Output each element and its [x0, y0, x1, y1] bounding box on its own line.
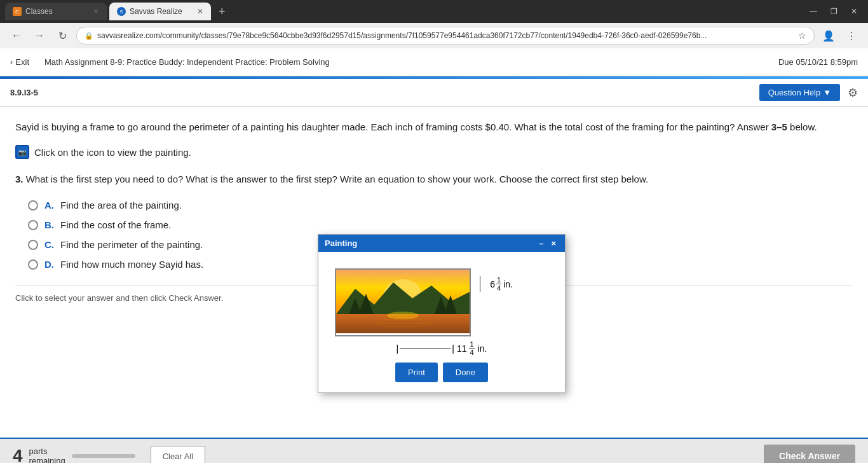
print-button[interactable]: Print	[395, 363, 438, 382]
restore-window-button[interactable]: ❐	[825, 3, 843, 20]
radio-b[interactable]	[28, 220, 38, 230]
camera-icon[interactable]: 📷	[15, 145, 29, 159]
option-b-letter: B.	[44, 219, 54, 230]
clear-all-button[interactable]: Clear All	[151, 446, 205, 464]
radio-a[interactable]	[28, 200, 38, 211]
question-header: 8.9.I3-5 Question Help ▼ ⚙	[0, 79, 868, 107]
remaining-label: remaining	[29, 456, 65, 463]
problem-text: Sayid is buying a frame to go around the…	[15, 120, 853, 135]
painting-svg	[336, 270, 470, 333]
browser-chrome: C Classes ✕ S Savvas Realize ✕ + — ❐ ✕ ←…	[0, 0, 868, 48]
width-dimension: | | 11 1 4 in.	[335, 340, 548, 356]
question-number: 3.	[15, 174, 24, 184]
address-text: savvasrealize.com/community/classes/79e7…	[97, 31, 794, 40]
option-d-text: Find how much money Sayid has.	[60, 259, 203, 270]
icon-instruction-text: Click on the icon to view the painting.	[34, 147, 191, 158]
classes-favicon: C	[13, 7, 22, 16]
dialog-controls: – ×	[536, 238, 559, 248]
dialog-header: Painting – ×	[318, 235, 565, 252]
dialog-title: Painting	[325, 238, 536, 248]
back-nav-button[interactable]: ←	[8, 27, 25, 45]
option-a-letter: A.	[44, 200, 54, 211]
question-help-label: Question Help	[768, 88, 820, 97]
tab-classes-label: Classes	[25, 7, 53, 16]
question-id: 8.9.I3-5	[10, 88, 38, 97]
dialog-minimize-button[interactable]: –	[536, 238, 546, 248]
lock-icon: 🔒	[85, 32, 93, 40]
minimize-window-button[interactable]: —	[804, 3, 822, 20]
option-a-text: Find the area of the painting.	[60, 200, 182, 211]
parts-count: 4	[13, 446, 23, 463]
option-a[interactable]: A. Find the area of the painting.	[28, 200, 853, 211]
painting-frame: 6 1 4 in.	[335, 268, 471, 336]
tab-classes-close[interactable]: ✕	[93, 7, 99, 16]
dialog-body: 6 1 4 in. | |	[318, 252, 565, 392]
forward-nav-button[interactable]: →	[31, 27, 48, 45]
address-bar: ← → ↻ 🔒 savvasrealize.com/community/clas…	[0, 23, 868, 48]
progress-bar	[72, 454, 135, 458]
help-dropdown-icon: ▼	[823, 88, 831, 97]
profile-button[interactable]: 👤	[820, 27, 837, 45]
radio-c[interactable]	[28, 240, 38, 250]
option-b[interactable]: B. Find the cost of the frame.	[28, 219, 853, 230]
tab-savvas-label: Savvas Realize	[130, 7, 182, 16]
svg-point-8	[387, 312, 419, 319]
settings-button[interactable]: ⚙	[848, 86, 858, 100]
option-c-letter: C.	[44, 239, 54, 250]
icon-instruction: 📷 Click on the icon to view the painting…	[15, 145, 853, 159]
painting-image-area: 6 1 4 in. | |	[329, 262, 555, 363]
browser-menu-button[interactable]: ⋮	[843, 27, 860, 45]
radio-d[interactable]	[28, 259, 38, 270]
option-b-text: Find the cost of the frame.	[60, 219, 171, 230]
dialog-buttons: Print Done	[329, 363, 555, 382]
tab-savvas[interactable]: S Savvas Realize ✕	[109, 3, 211, 20]
app-header: ‹ Exit Math Assignment 8-9: Practice Bud…	[0, 48, 868, 76]
bottom-bar: 4 parts remaining Clear All Check Answer	[0, 438, 868, 463]
question-container: 8.9.I3-5 Question Help ▼ ⚙ Sayid is buyi…	[0, 79, 868, 438]
browser-title-bar: C Classes ✕ S Savvas Realize ✕ + — ❐ ✕	[0, 0, 868, 23]
close-window-button[interactable]: ✕	[845, 3, 863, 20]
exit-button[interactable]: ‹ Exit	[10, 57, 29, 67]
question-body: Sayid is buying a frame to go around the…	[0, 107, 868, 438]
dialog-close-button[interactable]: ×	[548, 238, 559, 248]
window-controls: — ❐ ✕	[804, 3, 863, 20]
done-button[interactable]: Done	[443, 363, 488, 382]
assignment-title: Math Assignment 8-9: Practice Buddy: Ind…	[44, 57, 771, 67]
tab-savvas-close[interactable]: ✕	[197, 7, 203, 16]
address-input[interactable]: 🔒 savvasrealize.com/community/classes/79…	[76, 27, 815, 45]
parts-label: parts	[29, 446, 65, 456]
bookmark-icon[interactable]: ☆	[798, 31, 806, 41]
chevron-left-icon: ‹	[10, 57, 13, 67]
height-dimension: 6 1 4 in.	[487, 276, 513, 292]
painting-dialog: Painting – ×	[318, 234, 566, 393]
reload-button[interactable]: ↻	[53, 27, 71, 45]
tab-classes[interactable]: C Classes ✕	[5, 3, 107, 20]
parts-remaining: 4 parts remaining	[13, 446, 135, 463]
option-d-letter: D.	[44, 259, 54, 270]
question-prompt: 3. What is the first step you need to do…	[15, 172, 853, 187]
exit-label: Exit	[15, 57, 29, 67]
savvas-favicon: S	[117, 7, 126, 16]
check-answer-button[interactable]: Check Answer	[764, 445, 855, 463]
question-help-button[interactable]: Question Help ▼	[759, 84, 840, 101]
new-tab-button[interactable]: +	[214, 5, 231, 18]
option-c-text: Find the perimeter of the painting.	[60, 239, 203, 250]
parts-text: parts remaining	[29, 446, 65, 463]
due-date: Due 05/10/21 8:59pm	[778, 57, 858, 67]
